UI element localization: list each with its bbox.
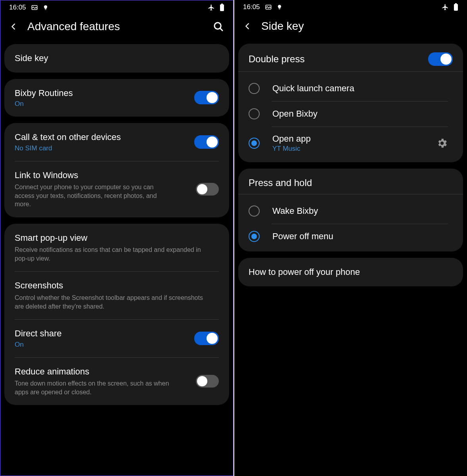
reduce-sub: Tone down motion effects on the screen, … — [15, 379, 173, 396]
bixby-title: Bixby Routines — [15, 88, 73, 99]
radio-icon — [249, 205, 260, 217]
gear-icon[interactable] — [436, 137, 448, 149]
reduce-title: Reduce animations — [15, 366, 173, 377]
status-bar: 16:05 — [0, 0, 233, 13]
page-title: Advanced features — [27, 20, 212, 33]
radio-icon — [249, 138, 260, 149]
status-bar-2: 16:05 — [234, 0, 467, 13]
row-bixby-routines[interactable]: Bixby Routines On — [4, 79, 229, 117]
airplane-icon — [442, 4, 449, 11]
status-time: 16:05 — [9, 4, 26, 12]
hopt1-label: Wake Bixby — [272, 206, 448, 216]
svg-rect-2 — [221, 4, 223, 4]
card-bixby: Bixby Routines On — [4, 79, 229, 117]
bulb-icon — [43, 4, 48, 11]
radio-power-off-menu[interactable]: Power off menu — [243, 224, 458, 249]
bixby-toggle[interactable] — [194, 91, 219, 104]
card-press-hold: Press and hold Wake Bixby Power off menu — [238, 169, 463, 251]
page-title-2: Side key — [261, 20, 458, 33]
battery-icon — [454, 3, 458, 11]
row-direct-share[interactable]: Direct share On — [4, 319, 229, 357]
row-smart-popup[interactable]: Smart pop-up view Receive notifications … — [4, 224, 229, 272]
double-press-header: Double press — [249, 54, 304, 65]
howto-label: How to power off your phone — [249, 267, 453, 278]
radio-icon — [249, 83, 260, 94]
card-sidekey[interactable]: Side key — [4, 44, 229, 73]
phone-side-key: 16:05 Side key Double press — [234, 0, 467, 476]
airplane-icon — [208, 4, 215, 11]
opt3-sub: YT Music — [272, 145, 436, 153]
screenshots-sub: Control whether the Screenshot toolbar a… — [15, 294, 205, 311]
card-devices: Call & text on other devices No SIM card… — [4, 123, 229, 217]
radio-wake-bixby[interactable]: Wake Bixby — [243, 198, 458, 224]
header-2: Side key — [234, 13, 467, 44]
radio-open-app[interactable]: Open app YT Music — [243, 127, 458, 160]
opt3-label: Open app — [272, 134, 436, 144]
smartpopup-sub: Receive notifications as icons that can … — [15, 246, 205, 263]
card-howto[interactable]: How to power off your phone — [238, 258, 463, 286]
back-icon[interactable] — [9, 20, 18, 33]
screenshot-icon — [31, 4, 38, 11]
screenshots-title: Screenshots — [15, 280, 219, 291]
status-time-2: 16:05 — [243, 3, 260, 11]
sidekey-label: Side key — [15, 53, 219, 64]
back-icon[interactable] — [243, 20, 252, 33]
svg-rect-1 — [220, 4, 224, 11]
smartpopup-title: Smart pop-up view — [15, 232, 219, 244]
opt1-label: Quick launch camera — [272, 83, 448, 94]
card-misc: Smart pop-up view Receive notifications … — [4, 224, 229, 405]
reduce-toggle[interactable] — [196, 375, 219, 388]
row-call-text[interactable]: Call & text on other devices No SIM card — [4, 123, 229, 161]
svg-rect-6 — [454, 4, 458, 11]
bixby-sub: On — [15, 100, 73, 108]
calltext-toggle[interactable] — [194, 135, 219, 149]
opt2-label: Open Bixby — [272, 109, 448, 119]
radio-open-bixby[interactable]: Open Bixby — [243, 101, 458, 127]
linkwin-toggle[interactable] — [196, 183, 219, 196]
radio-icon — [249, 231, 260, 242]
calltext-title: Call & text on other devices — [15, 132, 121, 143]
press-hold-header: Press and hold — [249, 177, 453, 188]
bulb-icon — [277, 4, 282, 11]
row-reduce-anim[interactable]: Reduce animations Tone down motion effec… — [4, 357, 229, 405]
hopt2-label: Power off menu — [272, 231, 448, 242]
directshare-toggle[interactable] — [194, 332, 219, 345]
screenshot-icon — [265, 4, 272, 11]
directshare-title: Direct share — [15, 328, 62, 339]
directshare-sub: On — [15, 341, 62, 349]
phone-advanced-features: 16:05 Advanced features Side key — [0, 0, 234, 476]
row-screenshots[interactable]: Screenshots Control whether the Screensh… — [4, 271, 229, 319]
radio-icon — [249, 108, 260, 119]
svg-line-4 — [220, 28, 222, 31]
header: Advanced features — [0, 13, 233, 44]
double-press-toggle[interactable] — [428, 52, 453, 66]
svg-rect-7 — [455, 3, 457, 4]
linkwin-title: Link to Windows — [15, 170, 157, 181]
search-icon[interactable] — [212, 21, 224, 33]
linkwin-sub: Connect your phone to your computer so y… — [15, 183, 157, 209]
battery-icon — [220, 4, 224, 12]
calltext-sub: No SIM card — [15, 144, 121, 152]
radio-quick-launch-camera[interactable]: Quick launch camera — [243, 76, 458, 101]
card-double-press: Double press Quick launch camera Open Bi… — [238, 44, 463, 162]
row-link-windows[interactable]: Link to Windows Connect your phone to yo… — [4, 161, 229, 217]
